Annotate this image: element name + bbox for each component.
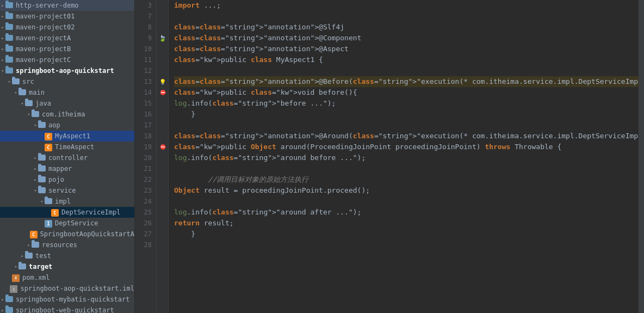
sidebar-item-maven-project02[interactable]: maven-project02: [0, 22, 134, 33]
line-number: 3: [135, 0, 152, 11]
sidebar-item-TimeAspect[interactable]: CTimeAspect: [0, 142, 134, 152]
item-label: com.itheima: [42, 111, 85, 118]
tree-arrow[interactable]: [33, 122, 38, 128]
tree-arrow[interactable]: [20, 253, 25, 259]
line-number: 23: [135, 185, 152, 196]
file-icon-folder: [18, 263, 27, 271]
sidebar-item-MyAspect1[interactable]: CMyAspect1: [0, 131, 134, 142]
line-number: 27: [135, 229, 152, 240]
code-line: import ...;: [174, 0, 639, 11]
tree-arrow[interactable]: [0, 68, 5, 73]
file-icon-folder: [38, 121, 47, 129]
tree-arrow[interactable]: [0, 35, 5, 41]
sidebar-item-maven-projectC[interactable]: maven-projectC: [0, 54, 134, 65]
sidebar-item-maven-project01[interactable]: maven-project01: [0, 11, 134, 22]
item-label: mapper: [48, 165, 72, 173]
sidebar-item-springboot-web-quickstart[interactable]: springboot-web-quickstart: [0, 305, 134, 313]
file-icon-folder: [45, 198, 53, 205]
gutter-icon: [157, 109, 169, 120]
tree-arrow[interactable]: [33, 177, 38, 182]
file-icon-project: [5, 23, 14, 31]
file-icon-project: [5, 2, 14, 9]
sidebar-item-SpringbootAopQuickstartA[interactable]: CSpringbootAopQuickstartA: [0, 229, 134, 240]
tree-arrow[interactable]: [0, 3, 5, 8]
sidebar-item-springboot-aop-quickstart[interactable]: springboot-aop-quickstart: [0, 65, 134, 76]
code-line: [174, 11, 639, 22]
gutter-icon: 🍃: [157, 33, 169, 44]
file-icon-folder: [12, 78, 21, 85]
sidebar-item-pom.xml[interactable]: Xpom.xml: [0, 272, 134, 283]
item-label: aop: [48, 121, 60, 129]
sidebar-item-DeptServiceImpl[interactable]: CDeptServiceImpl: [0, 207, 134, 218]
gutter-icon: [157, 11, 169, 22]
tree-arrow[interactable]: [13, 264, 18, 269]
item-label: pom.xml: [22, 274, 50, 281]
tree-arrow[interactable]: [33, 155, 38, 161]
tree-arrow[interactable]: [0, 14, 5, 19]
sidebar-item-impl[interactable]: impl: [0, 196, 134, 207]
code-line: class="kw">public class="kw">void before…: [174, 87, 639, 98]
line-number: 26: [135, 218, 152, 229]
item-label: maven-project01: [16, 13, 75, 20]
sidebar-item-maven-projectA[interactable]: maven-projectA: [0, 33, 134, 44]
gutter-icon: [157, 65, 169, 76]
line-number: 21: [135, 163, 152, 174]
tree-arrow[interactable]: [26, 242, 32, 248]
tree-arrow[interactable]: [33, 188, 38, 193]
sidebar-item-DeptService[interactable]: IDeptService: [0, 218, 134, 229]
gutter-icon: [157, 240, 169, 250]
sidebar-item-resources[interactable]: resources: [0, 240, 134, 250]
item-label: SpringbootAopQuickstartA: [40, 230, 134, 238]
line-number: 24: [135, 196, 152, 207]
code-line: class="kw">public Object around(Proceedi…: [174, 142, 639, 152]
tree-arrow[interactable]: [20, 101, 25, 106]
tree-arrow[interactable]: [33, 166, 38, 171]
tree-arrow[interactable]: [26, 112, 32, 117]
line-number: 8: [135, 22, 152, 33]
sidebar-item-maven-projectB[interactable]: maven-projectB: [0, 44, 134, 54]
item-label: test: [35, 252, 51, 260]
sidebar-item-mapper[interactable]: mapper: [0, 163, 134, 174]
sidebar-item-main[interactable]: main: [0, 87, 134, 98]
file-icon-folder: [18, 89, 27, 96]
tree-arrow[interactable]: [0, 308, 5, 313]
tree-arrow[interactable]: [0, 297, 5, 302]
item-label: MyAspect1: [55, 132, 90, 140]
file-icon-folder: [25, 100, 34, 107]
code-line: class=class="string">"annotation">@Slf4j: [174, 22, 639, 33]
sidebar-item-springboot-aop-quickstart.iml[interactable]: Ispringboot-aop-quickstart.iml: [0, 283, 134, 294]
gutter-icon: 💡: [157, 76, 169, 87]
code-area[interactable]: import ...; class=class="string">"annota…: [169, 0, 639, 313]
sidebar-item-test[interactable]: test: [0, 250, 134, 261]
file-icon-folder: [38, 154, 47, 162]
line-number: 20: [135, 152, 152, 163]
tree-arrow[interactable]: [0, 57, 5, 63]
sidebar-item-src[interactable]: src: [0, 76, 134, 87]
item-label: pojo: [48, 176, 64, 183]
file-tree: http-server-demomaven-project01maven-pro…: [0, 0, 135, 313]
sidebar-item-http-server-demo[interactable]: http-server-demo: [0, 0, 134, 11]
code-line: log.info(class="string">"around after ..…: [174, 207, 639, 218]
gutter-icon: [157, 22, 169, 33]
sidebar-item-controller[interactable]: controller: [0, 152, 134, 163]
line-numbers: 3789101112131415161718192021222324252627…: [135, 0, 157, 313]
sidebar-item-pojo[interactable]: pojo: [0, 174, 134, 185]
item-label: service: [48, 187, 76, 194]
item-label: springboot-web-quickstart: [16, 306, 114, 313]
sidebar-item-service[interactable]: service: [0, 185, 134, 196]
item-label: springboot-mybatis-quickstart: [16, 296, 130, 303]
tree-arrow[interactable]: [39, 199, 45, 204]
sidebar-item-aop[interactable]: aop: [0, 120, 134, 131]
scrollbar[interactable]: [639, 0, 644, 313]
tree-arrow[interactable]: [7, 79, 12, 84]
gutter-icon: [157, 54, 169, 65]
tree-arrow[interactable]: [0, 24, 5, 30]
tree-arrow[interactable]: [0, 46, 5, 52]
line-number: 14: [135, 87, 152, 98]
sidebar-item-springboot-mybatis-quickstart[interactable]: springboot-mybatis-quickstart: [0, 294, 134, 305]
tree-arrow[interactable]: [13, 90, 18, 95]
sidebar-item-java[interactable]: java: [0, 98, 134, 109]
file-icon-xml: X: [12, 274, 21, 281]
sidebar-item-com.itheima[interactable]: com.itheima: [0, 109, 134, 120]
sidebar-item-target[interactable]: target: [0, 261, 134, 272]
